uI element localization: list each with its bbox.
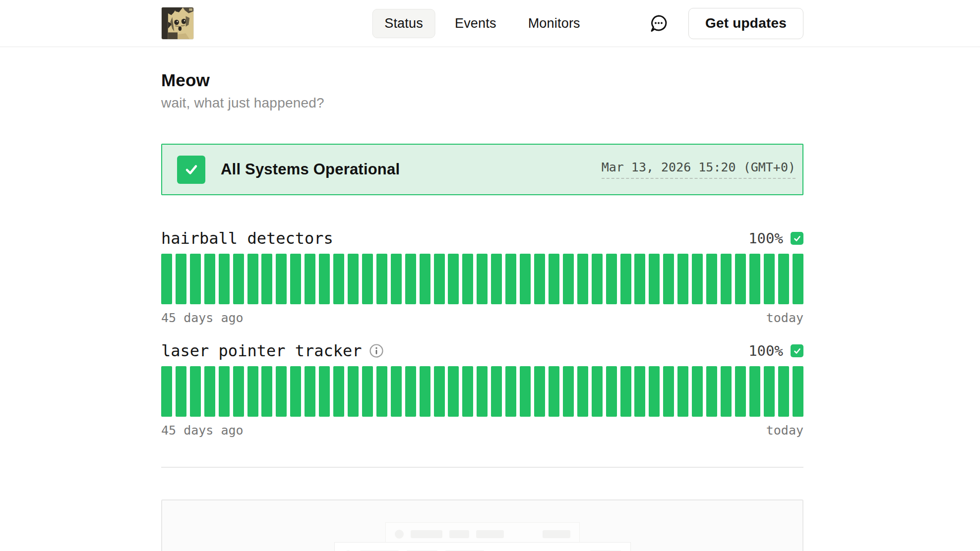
- uptime-bar[interactable]: [176, 254, 186, 304]
- uptime-bar[interactable]: [405, 254, 416, 304]
- uptime-bar[interactable]: [333, 366, 344, 417]
- uptime-bar[interactable]: [391, 254, 402, 304]
- uptime-bar[interactable]: [505, 366, 516, 417]
- uptime-bar[interactable]: [319, 366, 330, 417]
- uptime-bar[interactable]: [376, 366, 387, 417]
- faded-preview-panel: [161, 499, 803, 551]
- uptime-bar[interactable]: [692, 366, 703, 417]
- uptime-bar[interactable]: [305, 254, 315, 304]
- uptime-bar[interactable]: [620, 254, 631, 304]
- uptime-bar[interactable]: [204, 254, 215, 304]
- uptime-bar[interactable]: [606, 254, 617, 304]
- uptime-bar[interactable]: [764, 366, 775, 417]
- uptime-bar[interactable]: [305, 366, 315, 417]
- uptime-bar[interactable]: [477, 254, 488, 304]
- uptime-bar[interactable]: [319, 254, 330, 304]
- uptime-bar[interactable]: [362, 366, 373, 417]
- uptime-bar[interactable]: [247, 254, 258, 304]
- uptime-bar[interactable]: [749, 254, 760, 304]
- uptime-bar[interactable]: [634, 254, 645, 304]
- uptime-bar[interactable]: [778, 366, 789, 417]
- uptime-bar[interactable]: [620, 366, 631, 417]
- uptime-bar[interactable]: [290, 254, 301, 304]
- feedback-chat-button[interactable]: [648, 12, 670, 34]
- uptime-bar[interactable]: [677, 366, 688, 417]
- uptime-bar[interactable]: [448, 366, 459, 417]
- uptime-bar[interactable]: [448, 254, 459, 304]
- uptime-bar[interactable]: [348, 254, 359, 304]
- uptime-bar[interactable]: [219, 254, 230, 304]
- uptime-bar[interactable]: [233, 254, 244, 304]
- uptime-bar[interactable]: [778, 254, 789, 304]
- tab-events[interactable]: Events: [442, 9, 509, 38]
- uptime-bar[interactable]: [376, 254, 387, 304]
- preview-skeleton-card: [334, 542, 631, 551]
- uptime-bar[interactable]: [692, 254, 703, 304]
- uptime-bar[interactable]: [261, 254, 272, 304]
- uptime-bar[interactable]: [563, 254, 574, 304]
- uptime-bar[interactable]: [606, 366, 617, 417]
- uptime-bar[interactable]: [549, 366, 559, 417]
- uptime-bar[interactable]: [706, 254, 717, 304]
- uptime-bar[interactable]: [491, 254, 502, 304]
- uptime-bar[interactable]: [190, 366, 201, 417]
- uptime-bar[interactable]: [434, 254, 445, 304]
- uptime-bar[interactable]: [261, 366, 272, 417]
- uptime-bar[interactable]: [577, 254, 588, 304]
- uptime-bar[interactable]: [462, 366, 473, 417]
- uptime-bar[interactable]: [764, 254, 775, 304]
- uptime-bar[interactable]: [420, 254, 430, 304]
- uptime-bar[interactable]: [462, 254, 473, 304]
- uptime-bar[interactable]: [405, 366, 416, 417]
- uptime-bar[interactable]: [592, 366, 603, 417]
- uptime-bar[interactable]: [649, 366, 660, 417]
- uptime-bar[interactable]: [161, 254, 172, 304]
- uptime-bar[interactable]: [333, 254, 344, 304]
- uptime-bar[interactable]: [563, 366, 574, 417]
- info-icon[interactable]: [369, 343, 384, 358]
- uptime-bar[interactable]: [391, 366, 402, 417]
- uptime-bar[interactable]: [190, 254, 201, 304]
- uptime-bar[interactable]: [534, 254, 545, 304]
- uptime-bar[interactable]: [362, 254, 373, 304]
- uptime-bar[interactable]: [204, 366, 215, 417]
- uptime-bar[interactable]: [592, 254, 603, 304]
- uptime-bar[interactable]: [348, 366, 359, 417]
- uptime-bar[interactable]: [663, 366, 674, 417]
- uptime-bar[interactable]: [161, 366, 172, 417]
- uptime-bar[interactable]: [735, 254, 746, 304]
- uptime-bar[interactable]: [549, 254, 559, 304]
- uptime-bar[interactable]: [276, 366, 287, 417]
- uptime-bar[interactable]: [520, 366, 531, 417]
- tab-status[interactable]: Status: [372, 9, 435, 38]
- uptime-bar[interactable]: [677, 254, 688, 304]
- uptime-bar[interactable]: [634, 366, 645, 417]
- uptime-bar[interactable]: [534, 366, 545, 417]
- uptime-bar[interactable]: [706, 366, 717, 417]
- uptime-bar[interactable]: [176, 366, 186, 417]
- uptime-bar[interactable]: [749, 366, 760, 417]
- uptime-bar[interactable]: [420, 366, 430, 417]
- uptime-bar[interactable]: [290, 366, 301, 417]
- uptime-bar[interactable]: [233, 366, 244, 417]
- uptime-bar[interactable]: [477, 366, 488, 417]
- uptime-bar[interactable]: [276, 254, 287, 304]
- uptime-bar[interactable]: [735, 366, 746, 417]
- uptime-bar[interactable]: [491, 366, 502, 417]
- tab-monitors[interactable]: Monitors: [516, 9, 593, 38]
- uptime-bar[interactable]: [520, 254, 531, 304]
- uptime-bar[interactable]: [663, 254, 674, 304]
- uptime-bar[interactable]: [219, 366, 230, 417]
- status-banner-timestamp[interactable]: Mar 13, 2026 15:20 (GMT+0): [602, 160, 796, 179]
- uptime-bar[interactable]: [577, 366, 588, 417]
- uptime-bar[interactable]: [247, 366, 258, 417]
- site-logo[interactable]: [161, 7, 194, 40]
- uptime-bar[interactable]: [793, 366, 803, 417]
- uptime-bar[interactable]: [434, 366, 445, 417]
- uptime-bar[interactable]: [721, 254, 732, 304]
- uptime-bar[interactable]: [505, 254, 516, 304]
- get-updates-button[interactable]: Get updates: [688, 8, 803, 39]
- uptime-bar[interactable]: [793, 254, 803, 304]
- uptime-bar[interactable]: [721, 366, 732, 417]
- uptime-bar[interactable]: [649, 254, 660, 304]
